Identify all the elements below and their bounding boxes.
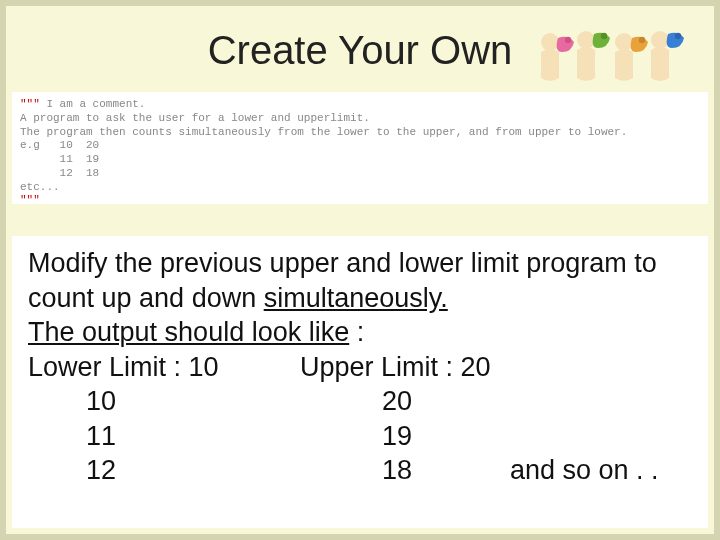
- code-line-1b: I am a comment.: [40, 98, 146, 110]
- svg-point-0: [541, 33, 559, 51]
- svg-point-1: [565, 37, 571, 43]
- output-row-2: 11 19: [28, 419, 692, 454]
- svg-point-3: [601, 33, 607, 39]
- instruction-paragraph-1: Modify the previous upper and lower limi…: [28, 246, 692, 315]
- code-line-7: etc...: [20, 181, 60, 193]
- slide: Create Your Own: [0, 0, 720, 540]
- code-comment-block: """ I am a comment. A program to ask the…: [12, 92, 708, 204]
- output-r1-a: 10: [86, 384, 382, 419]
- code-line-2: A program to ask the user for a lower an…: [20, 112, 370, 124]
- puzzle-people-graphic: [530, 22, 690, 100]
- output-row-1: 10 20: [28, 384, 692, 419]
- svg-point-4: [615, 33, 633, 51]
- lower-limit-label: Lower Limit : 10: [28, 350, 300, 385]
- instruction-p2-underlined: The output should look like: [28, 317, 349, 347]
- code-line-8: """: [20, 194, 40, 204]
- output-r3-a: 12: [86, 453, 382, 488]
- output-r3-b: 18: [382, 453, 510, 488]
- instruction-p2-colon: :: [349, 317, 364, 347]
- limits-row: Lower Limit : 10 Upper Limit : 20: [28, 350, 692, 385]
- instruction-p1-underlined: simultaneously.: [264, 283, 448, 313]
- instruction-paragraph-2: The output should look like :: [28, 315, 692, 350]
- svg-point-2: [577, 31, 595, 49]
- output-r2-b: 19: [382, 419, 510, 454]
- output-r2-a: 11: [86, 419, 382, 454]
- svg-point-6: [651, 31, 669, 49]
- output-r3-suffix: and so on . .: [510, 453, 659, 488]
- code-line-5: 11 19: [20, 153, 99, 165]
- code-line-1a: """: [20, 98, 40, 110]
- upper-limit-label: Upper Limit : 20: [300, 350, 491, 385]
- instruction-box: Modify the previous upper and lower limi…: [12, 236, 708, 528]
- output-r1-b: 20: [382, 384, 510, 419]
- svg-point-7: [675, 33, 681, 39]
- output-row-3: 12 18 and so on . .: [28, 453, 692, 488]
- code-line-6: 12 18: [20, 167, 99, 179]
- code-line-3: The program then counts simultaneously f…: [20, 126, 627, 138]
- svg-point-5: [639, 37, 645, 43]
- code-line-4: e.g 10 20: [20, 139, 99, 151]
